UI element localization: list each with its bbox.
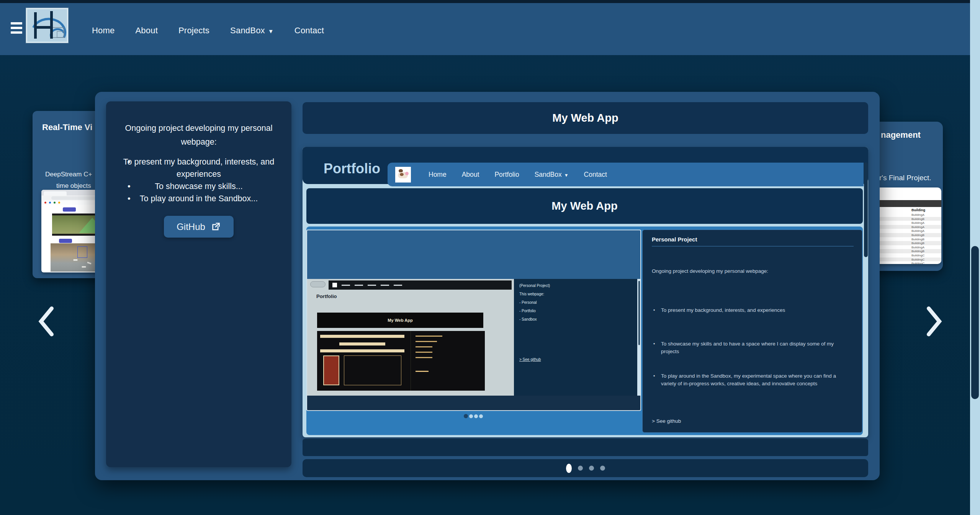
bullet-item: To showcase my skills... (106, 180, 291, 192)
github-button[interactable]: GitHub (164, 216, 234, 238)
carousel-pagination-bar (303, 459, 868, 477)
refresh-button-thumb (63, 207, 76, 212)
card-text: r's Final Project. (879, 174, 931, 182)
nested-panel-bullet: To present my background, interests, and… (652, 306, 851, 314)
active-project-slide: Ongoing project developing my personal w… (95, 92, 880, 480)
nested-panel-bullet: To showcase my skills and to have a spac… (652, 340, 851, 355)
hamburger-menu-icon[interactable] (11, 22, 23, 36)
nav-item-home[interactable]: Home (92, 26, 115, 36)
bullet-item: To present my background, interests, and… (106, 156, 291, 180)
table-column-header: Building (911, 208, 925, 212)
nested-cow-logo-icon (395, 167, 411, 183)
pagination-dot[interactable] (600, 466, 605, 471)
card-title: nagement (881, 130, 921, 140)
browser-tab (44, 191, 67, 196)
carousel-next-arrow-icon[interactable] (924, 306, 944, 337)
level3-description-panel: (Personal Project) This webpage: - Perso… (514, 279, 637, 396)
nested-nav-items: Home About Portfolio SandBox▼ Contact (429, 171, 607, 179)
nested-panel-bullet: To play around in the Sandbox, my experi… (652, 372, 851, 388)
nested-nav-contact: Contact (584, 171, 607, 179)
bookmark-dot (54, 202, 56, 204)
main-navbar: Home About Projects SandBox▼ Contact (0, 3, 970, 55)
nested-nav-about: About (462, 171, 479, 179)
bookmark-dot (58, 202, 60, 204)
carousel-prev-arrow-icon[interactable] (36, 306, 56, 337)
bookmark-dot (44, 202, 46, 204)
level4-screenshot-abstract (317, 331, 485, 391)
main-nav-items: Home About Projects SandBox▼ Contact (92, 6, 324, 55)
dropdown-caret-icon: ▼ (564, 173, 569, 178)
level3-bottom-strip (307, 396, 641, 411)
project-description-panel: Ongoing project developing my personal w… (106, 101, 291, 467)
page-scrollbar-thumb[interactable] (971, 246, 979, 399)
nested-scrollbar-thumb (864, 162, 868, 257)
webapp-screenshot: Portfolio Home About Portfolio SandBox▼ … (303, 147, 868, 437)
nav-item-contact[interactable]: Contact (294, 26, 324, 36)
nested-nav-portfolio: Portfolio (494, 171, 519, 179)
level3-nav-bar (329, 280, 512, 290)
project-bullet-list: To present my background, interests, and… (106, 156, 291, 205)
refresh-button-thumb (59, 239, 72, 243)
nested-carousel: Portfolio My Web App (306, 227, 863, 435)
nested-page-title: My Web App (551, 200, 617, 212)
nav-item-sandbox[interactable]: SandBox▼ (230, 26, 274, 36)
project-intro-text: Ongoing project developing my personal w… (106, 121, 291, 149)
nested-carousel-dots (464, 414, 483, 418)
bullet-item: To play around in the Sandbox... (106, 192, 291, 205)
bookmark-dot (49, 202, 51, 204)
slide-bottom-strip (303, 439, 868, 456)
external-link-icon (211, 222, 221, 232)
nested-panel-heading: Personal Project (652, 236, 697, 243)
nested-github-link: > See github (652, 418, 681, 424)
slide-title-bar: My Web App (303, 102, 868, 134)
nested-description-panel: Personal Project Ongoing project develop… (642, 230, 862, 433)
nested-panel-intro: Ongoing project developing my personal w… (652, 267, 851, 275)
card-title: Real-Time Vi (42, 122, 92, 132)
card-text-line1: DeepStream C+ (45, 171, 92, 178)
level3-title-bar: My Web App (317, 313, 483, 328)
level3-logo-icon (332, 283, 337, 287)
nested-nav-sandbox: SandBox▼ (535, 171, 569, 179)
nested-nav-home: Home (429, 171, 447, 179)
page: Home About Projects SandBox▼ Contact Rea… (0, 0, 980, 515)
nested-navbar: Home About Portfolio SandBox▼ Contact (388, 163, 864, 186)
site-logo[interactable] (26, 8, 68, 43)
pagination-dot[interactable] (589, 466, 594, 471)
nested-dot-active (464, 414, 468, 418)
level3-scrollbar-thumb (638, 281, 640, 345)
nested-page-title-bar: My Web App (306, 188, 863, 224)
nested-dot (469, 414, 473, 418)
card-text-line2: time objects (56, 182, 91, 190)
level3-grey-page: Portfolio My Web App (307, 279, 513, 396)
nested-dot (474, 414, 478, 418)
pagination-dot[interactable] (578, 466, 583, 471)
top-edge-strip (0, 0, 970, 3)
nested-dot (479, 414, 483, 418)
github-button-label: GitHub (177, 222, 205, 232)
level3-heading: Portfolio (316, 293, 337, 299)
level3-button (310, 281, 326, 287)
nav-item-about[interactable]: About (136, 26, 158, 36)
pagination-dot-active[interactable] (566, 464, 572, 473)
golden-ratio-logo-icon (27, 9, 67, 42)
level3-github-link: > See github (519, 357, 541, 362)
slide-title: My Web App (552, 112, 618, 124)
level3-hero-band (307, 230, 641, 279)
nested-panel-divider (652, 246, 854, 246)
nav-item-projects[interactable]: Projects (178, 26, 209, 36)
nested-screenshot-level3: Portfolio My Web App (306, 230, 641, 411)
nested-brand-title: Portfolio (324, 161, 380, 177)
dropdown-caret-icon: ▼ (268, 28, 274, 34)
